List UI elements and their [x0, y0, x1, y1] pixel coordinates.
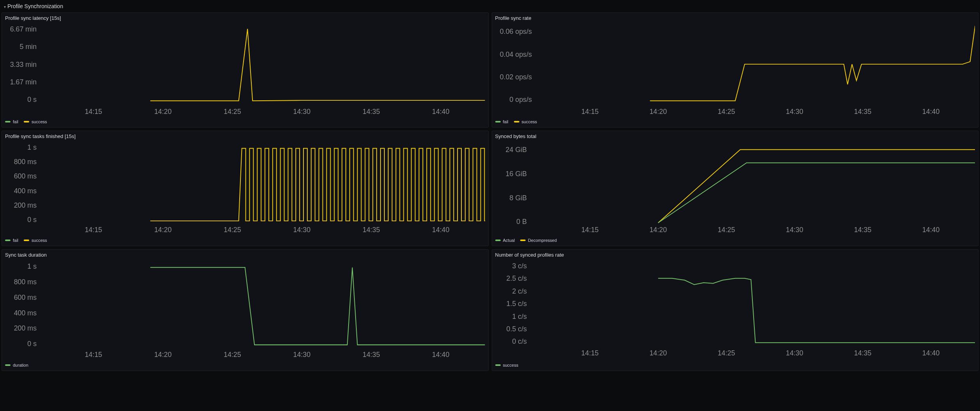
chart-area: 1 s 800 ms 600 ms 400 ms 200 ms 0 s 14:1…	[5, 141, 485, 235]
legend-item-fail[interactable]: fail	[5, 119, 18, 124]
legend-item-actual[interactable]: Actual	[495, 238, 515, 243]
legend-label: fail	[13, 238, 18, 243]
legend-label: Actual	[503, 238, 515, 243]
series-success	[150, 149, 485, 221]
legend-label: success	[522, 119, 537, 124]
section-title: Profile Synchronization	[7, 3, 63, 9]
x-tick: 14:25	[717, 349, 735, 357]
legend: fail success	[495, 117, 975, 124]
legend-label: success	[32, 238, 47, 243]
x-tick: 14:15	[581, 349, 599, 357]
x-tick: 14:25	[224, 350, 241, 359]
legend-item-duration[interactable]: duration	[5, 363, 28, 367]
y-tick: 800 ms	[14, 158, 37, 166]
x-tick: 14:20	[154, 108, 172, 115]
legend: Actual Decompressed	[495, 236, 975, 243]
y-tick: 2 c/s	[512, 287, 527, 295]
x-tick: 14:20	[154, 350, 172, 359]
legend-item-fail[interactable]: fail	[5, 238, 18, 243]
legend-swatch	[24, 121, 29, 122]
x-tick: 14:40	[432, 226, 450, 234]
y-tick: 1 s	[27, 262, 37, 271]
legend-item-success[interactable]: success	[514, 119, 537, 124]
series-success	[650, 26, 975, 101]
series-actual	[658, 163, 975, 223]
y-tick: 200 ms	[14, 324, 37, 332]
panel-synced-bytes[interactable]: Synced bytes total 24 GiB 16 GiB 8 GiB 0…	[492, 131, 979, 246]
legend-swatch	[520, 240, 526, 241]
x-tick: 14:20	[154, 226, 172, 234]
x-tick: 14:15	[581, 108, 599, 115]
x-tick: 14:25	[717, 108, 735, 115]
legend-item-decompressed[interactable]: Decompressed	[520, 238, 557, 243]
y-tick: 0.06 ops/s	[500, 28, 531, 35]
y-tick: 6.67 min	[10, 25, 37, 33]
x-tick: 14:35	[854, 226, 871, 234]
y-tick: 600 ms	[14, 173, 37, 180]
legend-item-success[interactable]: success	[495, 363, 519, 367]
legend-swatch	[5, 364, 11, 366]
series-success	[150, 29, 485, 101]
x-tick: 14:35	[363, 108, 380, 115]
panel-profile-sync-tasks[interactable]: Profile sync tasks finished [15s] 1 s 80…	[2, 131, 489, 246]
x-tick: 14:15	[85, 350, 102, 359]
y-tick: 0 s	[27, 339, 37, 348]
y-tick: 0 c/s	[512, 338, 527, 345]
x-tick: 14:15	[85, 108, 102, 115]
series-success	[658, 278, 975, 343]
legend: fail success	[5, 117, 485, 124]
legend-label: fail	[503, 119, 508, 124]
series-decompressed	[658, 150, 975, 223]
y-tick: 0 B	[516, 218, 527, 226]
legend-item-success[interactable]: success	[24, 119, 47, 124]
panel-profile-sync-latency[interactable]: Profile sync latency [15s] 6.67 min 5 mi…	[2, 12, 489, 128]
legend-label: Decompressed	[528, 238, 557, 243]
x-tick: 14:35	[854, 108, 871, 115]
x-tick: 14:40	[922, 226, 940, 234]
y-tick: 24 GiB	[505, 146, 527, 154]
x-tick: 14:15	[85, 226, 102, 234]
legend-item-fail[interactable]: fail	[495, 119, 508, 124]
x-tick: 14:30	[785, 108, 803, 115]
x-tick: 14:25	[224, 226, 241, 234]
x-tick: 14:30	[293, 226, 310, 234]
x-tick: 14:35	[363, 226, 380, 234]
panel-synced-profiles-rate[interactable]: Number of synced profiles rate 3 c/s 2.5…	[492, 249, 979, 371]
x-tick: 14:25	[224, 108, 241, 115]
x-tick: 14:20	[649, 349, 667, 357]
x-tick: 14:30	[293, 350, 311, 359]
x-tick: 14:35	[854, 349, 871, 357]
chart-area: 1 s 800 ms 600 ms 400 ms 200 ms 0 s 14:1…	[5, 259, 485, 360]
panel-title: Synced bytes total	[495, 133, 975, 139]
y-tick: 400 ms	[14, 187, 37, 195]
panel-sync-task-duration[interactable]: Sync task duration 1 s 800 ms 600 ms 400…	[2, 249, 489, 371]
legend-label: success	[503, 363, 519, 367]
legend-label: fail	[13, 119, 18, 124]
y-tick: 0 s	[27, 216, 37, 224]
legend-swatch	[5, 240, 11, 241]
y-tick: 8 GiB	[509, 194, 527, 202]
series-duration	[150, 268, 485, 345]
legend-item-success[interactable]: success	[24, 238, 47, 243]
panel-profile-sync-rate[interactable]: Profile sync rate 0.06 ops/s 0.04 ops/s …	[492, 12, 979, 128]
panel-title: Profile sync latency [15s]	[5, 15, 485, 21]
y-tick: 1 c/s	[512, 312, 527, 320]
x-tick: 14:40	[432, 108, 450, 115]
section-header[interactable]: ▾ Profile Synchronization	[2, 2, 978, 11]
x-tick: 14:20	[649, 226, 667, 234]
legend-swatch	[514, 121, 519, 122]
x-tick: 14:40	[432, 350, 450, 359]
y-tick: 600 ms	[14, 293, 37, 301]
x-tick: 14:40	[922, 349, 940, 357]
y-tick: 0.04 ops/s	[500, 51, 531, 58]
panel-grid: Profile sync latency [15s] 6.67 min 5 mi…	[2, 11, 978, 373]
legend-label: duration	[13, 363, 28, 367]
y-tick: 200 ms	[14, 201, 37, 209]
x-tick: 14:20	[649, 108, 667, 115]
x-tick: 14:15	[581, 226, 599, 234]
chart-area: 6.67 min 5 min 3.33 min 1.67 min 0 s 14:…	[5, 23, 485, 117]
chart-area: 0.06 ops/s 0.04 ops/s 0.02 ops/s 0 ops/s…	[495, 23, 975, 117]
legend-swatch	[5, 121, 11, 122]
legend: duration	[5, 360, 485, 367]
x-tick: 14:30	[293, 108, 310, 115]
